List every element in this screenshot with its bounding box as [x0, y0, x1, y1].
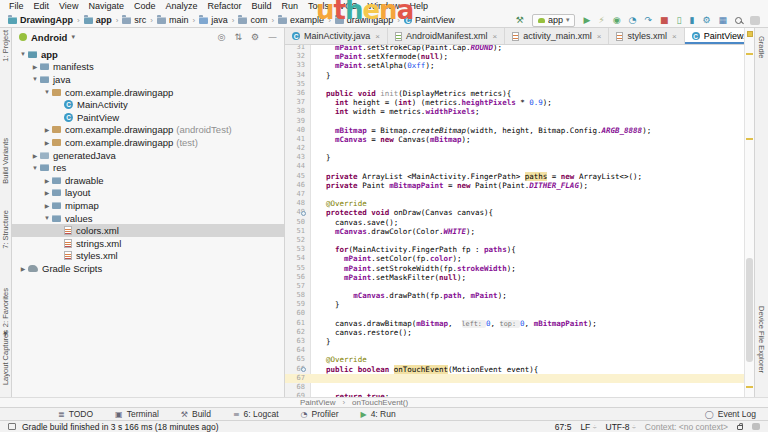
- tool-stripe-1-project[interactable]: 1: Project: [1, 30, 10, 62]
- context-widget[interactable]: Context: <no context>: [645, 422, 728, 432]
- tool-window-button-profiler[interactable]: ◔Profiler: [301, 409, 339, 419]
- tree-arrow-icon[interactable]: ▶: [42, 189, 52, 196]
- tree-item-com-example-drawingapp[interactable]: ▼com.example.drawingapp: [12, 86, 284, 99]
- breadcrumb-item-example[interactable]: example: [278, 15, 324, 25]
- close-icon[interactable]: ×: [672, 32, 677, 41]
- line-number[interactable]: 65: [285, 355, 311, 364]
- line-number[interactable]: 50: [285, 218, 311, 227]
- breadcrumb-method[interactable]: onTouchEvent(): [352, 398, 408, 407]
- tree-arrow-icon[interactable]: ▶: [42, 177, 52, 184]
- menu-file[interactable]: File: [4, 0, 29, 13]
- tab-androidmanifest-xml[interactable]: AndroidManifest.xml×: [388, 28, 505, 44]
- line-number[interactable]: 62: [285, 328, 311, 337]
- tool-stripe-gradle[interactable]: Gradle: [757, 36, 766, 59]
- event-log-button[interactable]: ◯Event Log: [705, 409, 756, 419]
- line-number[interactable]: 67: [285, 374, 311, 383]
- inspection-indicator-icon[interactable]: [747, 31, 753, 37]
- tree-arrow-icon[interactable]: ▼: [30, 165, 40, 171]
- line-number[interactable]: 41: [285, 135, 311, 144]
- line-number[interactable]: 68: [285, 383, 311, 392]
- editor-scrollbar[interactable]: [744, 28, 754, 397]
- breadcrumb-item-src[interactable]: src: [122, 15, 146, 25]
- line-number[interactable]: 66: [285, 365, 311, 374]
- line-number[interactable]: 59: [285, 300, 311, 309]
- menu-view[interactable]: View: [54, 0, 83, 13]
- tool-window-button-todo[interactable]: ≣TODO: [58, 409, 93, 419]
- warning-marker[interactable]: [746, 53, 753, 55]
- caret-position[interactable]: 67:5: [555, 422, 572, 432]
- line-number[interactable]: 47: [285, 190, 311, 199]
- line-number[interactable]: 48: [285, 199, 311, 208]
- tree-item-colors-xml[interactable]: colors.xml: [12, 224, 284, 237]
- line-number[interactable]: 39: [285, 117, 311, 126]
- tab-activity-main-xml[interactable]: activity_main.xml×: [505, 28, 609, 44]
- breadcrumb-item-com[interactable]: com: [238, 15, 267, 25]
- line-number[interactable]: 57: [285, 282, 311, 291]
- stop-icon[interactable]: ■: [660, 15, 669, 25]
- menu-refactor[interactable]: Refactor: [202, 0, 246, 13]
- line-number[interactable]: 51: [285, 227, 311, 236]
- line-number[interactable]: 54: [285, 254, 311, 263]
- tool-stripe-layout-captures[interactable]: Layout Captures: [1, 330, 10, 385]
- tree-item-layout[interactable]: ▶layout: [12, 187, 284, 200]
- line-number[interactable]: 61: [285, 319, 311, 328]
- tree-item-paintview[interactable]: CPaintView: [12, 111, 284, 124]
- tree-item-com-example-drawingapp-test[interactable]: ▶com.example.drawingapp(test): [12, 136, 284, 149]
- tree-item-strings-xml[interactable]: strings.xml: [12, 237, 284, 250]
- tree-item-com-example-drawingapp-androidtest[interactable]: ▶com.example.drawingapp(androidTest): [12, 124, 284, 137]
- warning-marker[interactable]: [746, 386, 753, 388]
- tool-stripe-device-file-explorer[interactable]: Device File Explorer: [757, 306, 766, 373]
- chevron-down-icon[interactable]: ▾: [71, 33, 75, 41]
- tool-window-button-build[interactable]: ⚒Build: [181, 409, 211, 419]
- menu-build[interactable]: Build: [246, 0, 276, 13]
- tool-window-button-4-run[interactable]: ▶4: Run: [360, 409, 395, 419]
- tree-item-mipmap[interactable]: ▶mipmap: [12, 199, 284, 212]
- line-ending-widget[interactable]: LF ÷: [580, 422, 596, 432]
- locate-icon[interactable]: ◎: [218, 32, 226, 42]
- profile-icon[interactable]: ◔: [629, 15, 637, 25]
- line-number[interactable]: 45: [285, 172, 311, 181]
- tab-styles-xml[interactable]: styles.xml×: [609, 28, 684, 44]
- tree-arrow-icon[interactable]: ▼: [42, 215, 52, 221]
- tool-stripe-build-variants[interactable]: Build Variants: [1, 138, 10, 184]
- warning-marker[interactable]: [746, 138, 753, 140]
- avd-manager-icon[interactable]: ▯: [677, 15, 682, 25]
- line-number[interactable]: 46: [285, 181, 311, 190]
- menu-code[interactable]: Code: [129, 0, 161, 13]
- line-number[interactable]: 35: [285, 80, 311, 89]
- code-editor[interactable]: 31 mPaint.setStrokeCap(Paint.Cap.ROUND);…: [285, 45, 744, 397]
- close-icon[interactable]: ×: [375, 32, 380, 41]
- sdk-manager-icon[interactable]: ⚙: [702, 15, 710, 25]
- line-number[interactable]: 55: [285, 264, 311, 273]
- tree-item-manifests[interactable]: ▶manifests: [12, 61, 284, 74]
- apply-changes-icon[interactable]: ⚡: [598, 15, 604, 25]
- tool-window-button-terminal[interactable]: ▣Terminal: [115, 409, 159, 419]
- line-number[interactable]: 58: [285, 291, 311, 300]
- tree-arrow-icon[interactable]: ▶: [42, 139, 52, 146]
- override-method-icon[interactable]: [301, 211, 306, 216]
- menu-help[interactable]: Help: [405, 0, 434, 13]
- line-number[interactable]: 44: [285, 162, 311, 171]
- tree-item-values[interactable]: ▼values: [12, 212, 284, 225]
- menu-vcs[interactable]: VCS: [334, 0, 363, 13]
- menu-analyze[interactable]: Analyze: [160, 0, 202, 13]
- override-method-icon[interactable]: [301, 367, 306, 372]
- line-number[interactable]: 42: [285, 144, 311, 153]
- breadcrumb-item-drawingapp[interactable]: DrawingApp: [8, 15, 73, 25]
- tab-mainactivity-java[interactable]: CMainActivity.java×: [285, 28, 388, 44]
- menu-run[interactable]: Run: [277, 0, 304, 13]
- line-number[interactable]: 49: [285, 208, 311, 217]
- project-structure-icon[interactable]: ▦: [718, 15, 727, 25]
- run-icon[interactable]: ▶: [583, 15, 590, 25]
- line-number[interactable]: 33: [285, 61, 311, 70]
- breadcrumb-item-drawingapp[interactable]: drawingapp: [335, 15, 394, 25]
- close-icon[interactable]: ×: [493, 32, 498, 41]
- line-number[interactable]: 38: [285, 107, 311, 116]
- line-number[interactable]: 43: [285, 153, 311, 162]
- tree-arrow-icon[interactable]: ▶: [30, 63, 40, 70]
- line-number[interactable]: 40: [285, 126, 311, 135]
- breadcrumb-item-main[interactable]: main: [157, 15, 189, 25]
- tree-item-res[interactable]: ▼res: [12, 161, 284, 174]
- tool-window-button-6-logcat[interactable]: ≡6: Logcat: [233, 409, 279, 419]
- line-number[interactable]: 52: [285, 236, 311, 245]
